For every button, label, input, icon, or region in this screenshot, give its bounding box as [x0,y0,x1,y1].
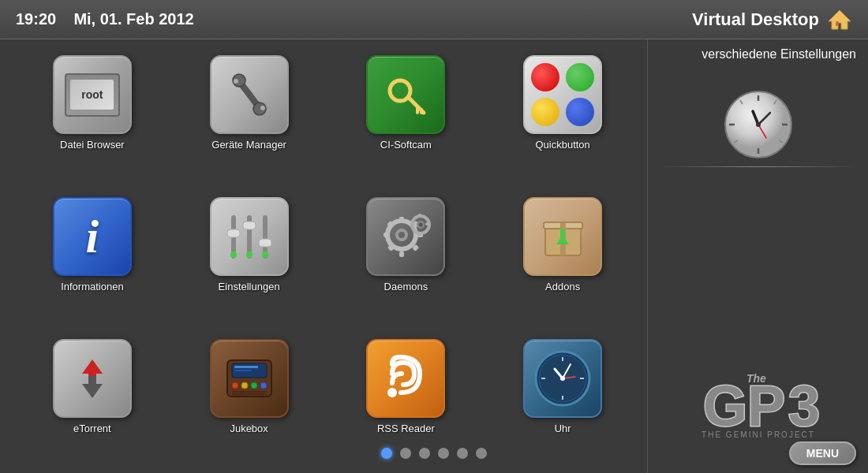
header: 19:20 Mi, 01. Feb 2012 Virtual Desktop [0,0,868,39]
pagination [381,448,487,459]
svg-point-53 [260,382,267,389]
app-item-ci-softcam[interactable]: CI-Softcam [330,51,483,185]
pagination-dot-6[interactable] [476,448,487,459]
svg-point-34 [418,222,422,226]
app-label-geraete-manager: Geräte Manager [211,139,286,151]
svg-rect-25 [399,251,404,257]
pagination-dot-2[interactable] [400,448,411,459]
main-area: root Datei Browser [0,39,868,473]
svg-text:THE GEMINI PROJECT: THE GEMINI PROJECT [702,430,815,439]
svg-point-52 [251,382,257,389]
app-icon-rss-reader [366,339,445,418]
app-item-addons[interactable]: Addons [486,193,639,327]
header-date: Mi, 01. Feb 2012 [73,10,193,28]
app-label-einstellungen: Einstellungen [219,281,280,292]
right-panel: verschiedene Einstellungen [647,39,868,473]
svg-point-18 [230,251,237,258]
svg-rect-16 [243,222,256,229]
app-item-daemons[interactable]: Daemons [330,193,483,327]
svg-marker-0 [829,10,851,29]
app-label-datei-browser: Datei Browser [60,139,125,151]
svg-rect-37 [410,222,414,225]
gp3-logo: The GP GP 3 3 THE GEMINI PROJECT [679,363,837,441]
svg-rect-17 [259,239,271,247]
yellow-dot [531,98,559,126]
svg-rect-43 [560,229,565,236]
app-grid-area: root Datei Browser [0,39,647,473]
app-item-einstellungen[interactable]: Einstellungen [173,193,326,327]
svg-point-20 [262,251,268,258]
app-icon-datei-browser: root [53,55,132,134]
app-label-addons: Addons [545,281,580,292]
app-label-rss-reader: RSS Reader [377,423,435,434]
app-item-informationen[interactable]: i Informationen [16,193,169,327]
svg-rect-38 [425,222,429,225]
svg-rect-1 [836,21,839,26]
app-icon-addons [523,197,602,276]
header-title: Virtual Desktop [692,9,819,30]
clock-icon [531,347,594,410]
app-icon-uhr [523,339,602,418]
app-icon-etorrent [53,339,132,418]
svg-point-66 [560,376,565,381]
app-label-jukebox: Jukebox [230,423,268,434]
svg-point-51 [241,382,248,389]
analog-clock [723,89,794,160]
svg-point-6 [260,106,265,110]
header-datetime: 19:20 Mi, 01. Feb 2012 [16,10,194,28]
sliders-icon [219,207,279,266]
app-icon-ci-softcam [366,55,445,134]
app-label-informationen: Informationen [61,281,124,292]
gp3-logo-container: The GP GP 3 3 THE GEMINI PROJECT [679,363,837,441]
app-icon-informationen: i [53,197,132,276]
app-icon-jukebox [210,339,289,418]
app-label-quickbutton: Quickbutton [535,139,589,151]
app-item-geraete-manager[interactable]: Geräte Manager [173,51,326,185]
jukebox-device-icon [221,354,278,403]
app-item-datei-browser[interactable]: root Datei Browser [16,51,169,185]
app-label-uhr: Uhr [555,423,571,434]
pagination-dot-1[interactable] [381,448,392,459]
app-item-quickbutton[interactable]: Quickbutton [486,51,639,185]
svg-marker-45 [82,376,103,398]
pagination-dot-3[interactable] [419,448,430,459]
app-label-ci-softcam: CI-Softcam [380,139,432,151]
svg-rect-36 [418,232,421,236]
svg-point-19 [246,251,253,258]
package-icon [537,211,589,263]
app-icon-geraete-manager [210,55,289,134]
app-icon-quickbutton [523,55,602,134]
svg-rect-26 [383,233,389,237]
green-dot [566,63,594,91]
app-grid: root Datei Browser [16,51,639,469]
app-item-uhr[interactable]: Uhr [486,335,639,469]
info-icon: i [86,210,99,264]
divider [660,166,856,167]
pagination-dot-5[interactable] [457,448,468,459]
rss-icon [380,353,432,404]
key-icon [384,73,428,117]
app-item-jukebox[interactable]: Jukebox [173,335,326,469]
svg-rect-35 [418,214,421,218]
svg-rect-24 [399,217,404,222]
gears-icon [376,207,436,266]
torrent-icon [65,353,120,404]
pagination-dot-4[interactable] [438,448,449,459]
svg-point-79 [756,122,761,127]
svg-point-7 [234,79,238,84]
red-dot [531,63,559,91]
app-label-daemons: Daemons [384,281,428,292]
svg-text:GP: GP [703,374,785,438]
svg-rect-15 [227,229,240,237]
app-item-etorrent[interactable]: eTorrent [16,335,169,469]
svg-rect-48 [234,366,258,368]
home-icon[interactable] [827,7,852,32]
svg-text:3: 3 [788,374,820,438]
svg-rect-49 [234,370,252,371]
menu-button[interactable]: MENU [789,441,856,465]
header-time: 19:20 [16,10,56,28]
header-title-area: Virtual Desktop [692,7,852,32]
wrench-icon [222,67,277,122]
svg-point-50 [232,382,238,389]
app-icon-einstellungen [210,197,289,276]
